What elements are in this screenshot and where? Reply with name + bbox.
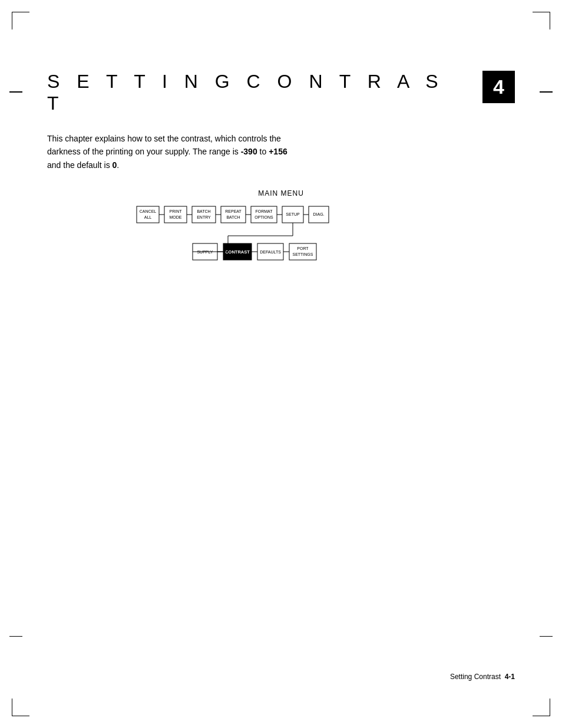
side-dash-right-top <box>540 91 553 93</box>
chapter-header: S E T T I N G C O N T R A S T 4 <box>47 71 515 114</box>
svg-text:DIAG.: DIAG. <box>313 212 324 216</box>
corner-mark-bottom-left <box>12 699 29 716</box>
menu-diagram: CANCEL ALL PRINT MODE BATCH ENTRY REPEAT… <box>47 203 515 265</box>
intro-line1: This chapter explains how to set the con… <box>47 134 281 143</box>
intro-line3-end: . <box>117 160 119 170</box>
svg-text:PRINT: PRINT <box>170 209 183 213</box>
corner-mark-bottom-right <box>533 699 550 716</box>
range-min: -390 <box>241 147 257 156</box>
side-dash-left-bottom <box>9 636 22 637</box>
svg-text:CANCEL: CANCEL <box>140 209 157 213</box>
intro-line2: darkness of the printing on your supply.… <box>47 147 241 156</box>
svg-text:CONTRAST: CONTRAST <box>225 249 250 255</box>
svg-text:MODE: MODE <box>170 215 182 219</box>
svg-text:SETTINGS: SETTINGS <box>292 252 313 256</box>
svg-text:REPEAT: REPEAT <box>225 209 242 213</box>
svg-text:SETUP: SETUP <box>286 212 300 216</box>
page: S E T T I N G C O N T R A S T 4 This cha… <box>0 0 562 728</box>
svg-text:ALL: ALL <box>144 215 152 219</box>
svg-text:DEFAULTS: DEFAULTS <box>260 250 281 254</box>
footer: Setting Contrast 4-1 <box>450 673 515 681</box>
side-dash-right-bottom <box>540 636 553 637</box>
corner-mark-top-left <box>12 12 29 29</box>
svg-text:FORMAT: FORMAT <box>255 209 273 213</box>
corner-mark-top-right <box>533 12 550 29</box>
svg-text:BATCH: BATCH <box>197 209 210 213</box>
side-dash-left-top <box>9 91 22 93</box>
svg-text:PORT: PORT <box>297 246 309 251</box>
menu-label: MAIN MENU <box>47 189 515 197</box>
svg-text:BATCH: BATCH <box>226 215 240 219</box>
intro-paragraph: This chapter explains how to set the con… <box>47 132 401 172</box>
diagram-svg: CANCEL ALL PRINT MODE BATCH ENTRY REPEAT… <box>134 203 428 265</box>
footer-text: Setting Contrast <box>450 673 501 681</box>
range-to: to <box>257 147 269 156</box>
svg-text:ENTRY: ENTRY <box>197 215 211 219</box>
footer-page: 4-1 <box>505 673 515 681</box>
intro-line3: and the default is <box>47 160 113 170</box>
chapter-number-box: 4 <box>482 71 515 103</box>
chapter-title: S E T T I N G C O N T R A S T <box>47 71 471 114</box>
svg-text:OPTIONS: OPTIONS <box>254 215 273 219</box>
range-max: +156 <box>269 147 287 156</box>
